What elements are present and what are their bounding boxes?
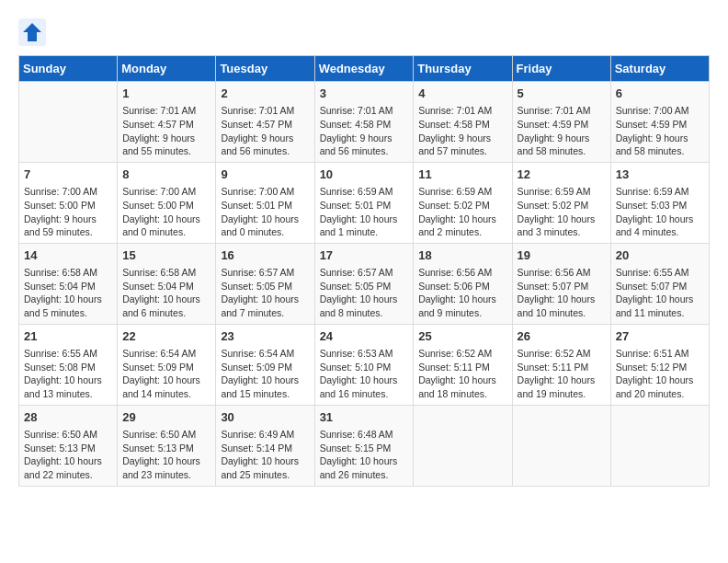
day-number: 26 bbox=[518, 328, 606, 345]
day-number: 28 bbox=[24, 409, 112, 426]
day-info: Sunrise: 6:53 AM Sunset: 5:10 PM Dayligh… bbox=[320, 347, 409, 401]
calendar-cell: 10Sunrise: 6:59 AM Sunset: 5:01 PM Dayli… bbox=[314, 162, 414, 243]
day-info: Sunrise: 6:59 AM Sunset: 5:02 PM Dayligh… bbox=[418, 185, 506, 239]
calendar-cell: 29Sunrise: 6:50 AM Sunset: 5:13 PM Dayli… bbox=[118, 405, 216, 486]
day-number: 30 bbox=[221, 409, 309, 426]
day-number: 23 bbox=[221, 328, 309, 345]
day-info: Sunrise: 6:59 AM Sunset: 5:02 PM Dayligh… bbox=[518, 185, 606, 239]
weekday-header-friday: Friday bbox=[512, 56, 610, 82]
logo-icon bbox=[18, 18, 46, 46]
day-info: Sunrise: 6:51 AM Sunset: 5:12 PM Dayligh… bbox=[616, 347, 704, 401]
week-row-5: 28Sunrise: 6:50 AM Sunset: 5:13 PM Dayli… bbox=[19, 405, 710, 486]
calendar-cell: 23Sunrise: 6:54 AM Sunset: 5:09 PM Dayli… bbox=[216, 324, 314, 405]
day-number: 14 bbox=[24, 247, 112, 264]
weekday-header-thursday: Thursday bbox=[414, 56, 512, 82]
day-info: Sunrise: 7:00 AM Sunset: 4:59 PM Dayligh… bbox=[616, 104, 704, 158]
day-number: 27 bbox=[616, 328, 704, 345]
day-number: 19 bbox=[518, 247, 606, 264]
day-info: Sunrise: 6:52 AM Sunset: 5:11 PM Dayligh… bbox=[518, 347, 606, 401]
day-info: Sunrise: 6:56 AM Sunset: 5:06 PM Dayligh… bbox=[418, 266, 506, 320]
day-number: 11 bbox=[418, 167, 506, 183]
day-info: Sunrise: 6:55 AM Sunset: 5:07 PM Dayligh… bbox=[616, 266, 704, 320]
day-info: Sunrise: 6:59 AM Sunset: 5:01 PM Dayligh… bbox=[320, 185, 409, 239]
calendar-cell bbox=[19, 82, 118, 163]
day-number: 20 bbox=[616, 247, 704, 264]
day-info: Sunrise: 6:54 AM Sunset: 5:09 PM Dayligh… bbox=[122, 347, 210, 401]
day-info: Sunrise: 6:50 AM Sunset: 5:13 PM Dayligh… bbox=[24, 428, 112, 482]
day-number: 1 bbox=[122, 86, 210, 102]
day-info: Sunrise: 6:55 AM Sunset: 5:08 PM Dayligh… bbox=[24, 347, 112, 401]
day-info: Sunrise: 6:50 AM Sunset: 5:13 PM Dayligh… bbox=[122, 428, 210, 482]
calendar-cell: 1Sunrise: 7:01 AM Sunset: 4:57 PM Daylig… bbox=[118, 82, 216, 163]
week-row-2: 7Sunrise: 7:00 AM Sunset: 5:00 PM Daylig… bbox=[19, 162, 710, 243]
weekday-header-wednesday: Wednesday bbox=[314, 56, 414, 82]
calendar-cell: 19Sunrise: 6:56 AM Sunset: 5:07 PM Dayli… bbox=[512, 243, 610, 324]
calendar-cell: 24Sunrise: 6:53 AM Sunset: 5:10 PM Dayli… bbox=[314, 324, 414, 405]
weekday-header-monday: Monday bbox=[118, 56, 216, 82]
week-row-3: 14Sunrise: 6:58 AM Sunset: 5:04 PM Dayli… bbox=[19, 243, 710, 324]
day-info: Sunrise: 7:01 AM Sunset: 4:58 PM Dayligh… bbox=[320, 104, 409, 158]
calendar-cell: 11Sunrise: 6:59 AM Sunset: 5:02 PM Dayli… bbox=[414, 162, 512, 243]
calendar-cell: 31Sunrise: 6:48 AM Sunset: 5:15 PM Dayli… bbox=[314, 405, 414, 486]
calendar-cell: 25Sunrise: 6:52 AM Sunset: 5:11 PM Dayli… bbox=[414, 324, 512, 405]
day-info: Sunrise: 6:59 AM Sunset: 5:03 PM Dayligh… bbox=[616, 185, 704, 239]
day-number: 24 bbox=[320, 328, 409, 345]
day-number: 17 bbox=[320, 247, 409, 264]
calendar-cell bbox=[414, 405, 512, 486]
weekday-header-tuesday: Tuesday bbox=[216, 56, 314, 82]
day-info: Sunrise: 7:00 AM Sunset: 5:01 PM Dayligh… bbox=[221, 185, 309, 239]
day-number: 2 bbox=[221, 86, 309, 102]
calendar-cell: 28Sunrise: 6:50 AM Sunset: 5:13 PM Dayli… bbox=[19, 405, 118, 486]
week-row-1: 1Sunrise: 7:01 AM Sunset: 4:57 PM Daylig… bbox=[19, 82, 710, 163]
calendar-cell: 17Sunrise: 6:57 AM Sunset: 5:05 PM Dayli… bbox=[314, 243, 414, 324]
calendar-cell: 12Sunrise: 6:59 AM Sunset: 5:02 PM Dayli… bbox=[512, 162, 610, 243]
day-number: 29 bbox=[122, 409, 210, 426]
day-info: Sunrise: 6:52 AM Sunset: 5:11 PM Dayligh… bbox=[418, 347, 506, 401]
calendar-cell: 6Sunrise: 7:00 AM Sunset: 4:59 PM Daylig… bbox=[610, 82, 709, 163]
day-info: Sunrise: 7:01 AM Sunset: 4:57 PM Dayligh… bbox=[122, 104, 210, 158]
day-number: 31 bbox=[320, 409, 409, 426]
weekday-header-row: SundayMondayTuesdayWednesdayThursdayFrid… bbox=[19, 56, 710, 82]
calendar-table: SundayMondayTuesdayWednesdayThursdayFrid… bbox=[18, 55, 710, 487]
day-number: 8 bbox=[122, 167, 210, 183]
day-number: 7 bbox=[24, 167, 112, 183]
day-number: 6 bbox=[616, 86, 704, 102]
calendar-cell: 27Sunrise: 6:51 AM Sunset: 5:12 PM Dayli… bbox=[610, 324, 709, 405]
day-info: Sunrise: 6:58 AM Sunset: 5:04 PM Dayligh… bbox=[24, 266, 112, 320]
day-info: Sunrise: 6:49 AM Sunset: 5:14 PM Dayligh… bbox=[221, 428, 309, 482]
day-info: Sunrise: 7:01 AM Sunset: 4:58 PM Dayligh… bbox=[418, 104, 506, 158]
day-info: Sunrise: 7:00 AM Sunset: 5:00 PM Dayligh… bbox=[24, 185, 112, 239]
calendar-cell: 13Sunrise: 6:59 AM Sunset: 5:03 PM Dayli… bbox=[610, 162, 709, 243]
calendar-cell: 8Sunrise: 7:00 AM Sunset: 5:00 PM Daylig… bbox=[118, 162, 216, 243]
calendar-cell: 2Sunrise: 7:01 AM Sunset: 4:57 PM Daylig… bbox=[216, 82, 314, 163]
calendar-cell: 4Sunrise: 7:01 AM Sunset: 4:58 PM Daylig… bbox=[414, 82, 512, 163]
day-number: 15 bbox=[122, 247, 210, 264]
day-info: Sunrise: 7:01 AM Sunset: 4:57 PM Dayligh… bbox=[221, 104, 309, 158]
day-number: 3 bbox=[320, 86, 409, 102]
calendar-cell: 21Sunrise: 6:55 AM Sunset: 5:08 PM Dayli… bbox=[19, 324, 118, 405]
day-number: 22 bbox=[122, 328, 210, 345]
day-number: 21 bbox=[24, 328, 112, 345]
calendar-cell: 30Sunrise: 6:49 AM Sunset: 5:14 PM Dayli… bbox=[216, 405, 314, 486]
day-number: 5 bbox=[518, 86, 606, 102]
week-row-4: 21Sunrise: 6:55 AM Sunset: 5:08 PM Dayli… bbox=[19, 324, 710, 405]
day-info: Sunrise: 6:57 AM Sunset: 5:05 PM Dayligh… bbox=[221, 266, 309, 320]
calendar-cell: 20Sunrise: 6:55 AM Sunset: 5:07 PM Dayli… bbox=[610, 243, 709, 324]
calendar-cell: 7Sunrise: 7:00 AM Sunset: 5:00 PM Daylig… bbox=[19, 162, 118, 243]
calendar-cell: 22Sunrise: 6:54 AM Sunset: 5:09 PM Dayli… bbox=[118, 324, 216, 405]
calendar-cell bbox=[610, 405, 709, 486]
day-number: 16 bbox=[221, 247, 309, 264]
day-number: 10 bbox=[320, 167, 409, 183]
calendar-cell: 5Sunrise: 7:01 AM Sunset: 4:59 PM Daylig… bbox=[512, 82, 610, 163]
calendar-cell: 15Sunrise: 6:58 AM Sunset: 5:04 PM Dayli… bbox=[118, 243, 216, 324]
day-info: Sunrise: 6:48 AM Sunset: 5:15 PM Dayligh… bbox=[320, 428, 409, 482]
weekday-header-saturday: Saturday bbox=[610, 56, 709, 82]
calendar-cell: 14Sunrise: 6:58 AM Sunset: 5:04 PM Dayli… bbox=[19, 243, 118, 324]
calendar-cell: 18Sunrise: 6:56 AM Sunset: 5:06 PM Dayli… bbox=[414, 243, 512, 324]
day-info: Sunrise: 6:56 AM Sunset: 5:07 PM Dayligh… bbox=[518, 266, 606, 320]
calendar-cell: 16Sunrise: 6:57 AM Sunset: 5:05 PM Dayli… bbox=[216, 243, 314, 324]
day-number: 18 bbox=[418, 247, 506, 264]
day-info: Sunrise: 6:54 AM Sunset: 5:09 PM Dayligh… bbox=[221, 347, 309, 401]
day-number: 25 bbox=[418, 328, 506, 345]
calendar-cell bbox=[512, 405, 610, 486]
